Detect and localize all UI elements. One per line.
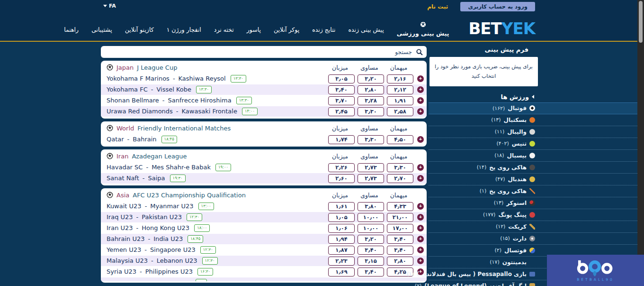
teams-separator: - bbox=[144, 246, 147, 253]
league-name[interactable]: Azadegan League bbox=[132, 153, 187, 160]
scrollbar-track[interactable] bbox=[637, 0, 644, 286]
nav-item-6[interactable]: انفجار ورژن ۱ bbox=[167, 26, 201, 41]
add-bet-button[interactable] bbox=[417, 203, 424, 210]
sidebar-sport-volleyball[interactable]: والیبال(۱۱) bbox=[429, 126, 637, 138]
draw-odd-button[interactable]: ۳٫۲۰ bbox=[358, 235, 384, 244]
host-odd-button[interactable]: ۱٫۸۷ bbox=[328, 246, 355, 255]
nav-item-2[interactable]: نتایج زنده bbox=[312, 26, 335, 41]
sidebar-sport-snooker[interactable]: اسنوکر(۱۳) bbox=[429, 197, 637, 209]
guest-odd-button[interactable]: ۴٫۵۰ bbox=[387, 135, 413, 144]
draw-odd-button[interactable]: ۳٫۳۰ bbox=[358, 107, 384, 116]
add-bet-button[interactable] bbox=[417, 86, 424, 93]
sidebar-sport-soccer[interactable]: فوتبال(۱۶۲) bbox=[429, 102, 637, 114]
league-country[interactable]: Asia bbox=[116, 192, 129, 199]
host-odd-button[interactable]: ۲٫۲۳ bbox=[328, 257, 355, 266]
nav-item-4[interactable]: پاسور bbox=[247, 26, 261, 41]
add-bet-button[interactable] bbox=[417, 75, 424, 82]
match-odds: ۳٫۰۵۳٫۲۰۲٫۱۶ bbox=[327, 74, 424, 83]
draw-odd-button[interactable]: ۳٫۴۰ bbox=[358, 246, 384, 255]
nav-item-1[interactable]: پیش بینی زنده bbox=[348, 26, 384, 41]
nav-item-7[interactable]: کازینو آنلاین bbox=[125, 26, 154, 41]
draw-odd-button[interactable]: ۳٫۸۰ bbox=[358, 202, 384, 211]
draw-odd-button[interactable]: ۱۰٫۰۰ bbox=[358, 213, 384, 222]
add-bet-button[interactable] bbox=[417, 214, 424, 221]
sidebar-sport-ping-pong[interactable]: پینگ پونگ(۱۷۷) bbox=[429, 209, 637, 221]
teams-separator: - bbox=[146, 164, 148, 171]
add-bet-button[interactable] bbox=[417, 247, 424, 253]
search-icon[interactable] bbox=[416, 48, 423, 55]
host-odd-button[interactable]: ۱٫۷۴ bbox=[328, 135, 355, 144]
host-odd-button[interactable]: ۲٫۶۰ bbox=[328, 174, 355, 183]
add-bet-button[interactable] bbox=[417, 175, 424, 182]
host-odd-button[interactable]: ۱٫۰۶ bbox=[328, 224, 355, 233]
host-odd-button[interactable]: ۲٫۴۵ bbox=[328, 107, 355, 116]
guest-odd-button[interactable]: ۱۷٫۰۰ bbox=[387, 224, 413, 233]
guest-odd-button[interactable]: ۳٫۳۰ bbox=[387, 163, 413, 172]
sidebar-sport-cricket[interactable]: کریکت(۱۲) bbox=[429, 221, 637, 233]
draw-odd-button[interactable]: ۲٫۷۳ bbox=[358, 163, 384, 172]
nav-item-5[interactable]: تخته نرد bbox=[214, 26, 234, 41]
draw-odd-button[interactable]: ۳٫۴۰ bbox=[358, 268, 384, 277]
guest-odd-button[interactable]: ۳٫۴۰ bbox=[387, 235, 413, 244]
league-name[interactable]: AFC U23 Championship Qualification bbox=[133, 192, 246, 199]
sidebar-sport-handball[interactable]: هندبال(۴۷) bbox=[429, 174, 637, 185]
nav-item-0[interactable]: پیش بینی ورزشی bbox=[397, 21, 449, 41]
host-odd-button[interactable]: ۳٫۴۰ bbox=[328, 85, 355, 94]
add-bet-button[interactable] bbox=[417, 164, 424, 171]
add-bet-button[interactable] bbox=[417, 225, 424, 231]
guest-odd-button[interactable]: ۲٫۱۲ bbox=[387, 85, 413, 94]
scrollbar-thumb[interactable] bbox=[639, 1, 643, 43]
guest-odd-button[interactable]: ۲٫۱۶ bbox=[387, 74, 413, 83]
nav-item-8[interactable]: پشتیبانی bbox=[91, 26, 112, 41]
add-bet-button[interactable] bbox=[417, 108, 424, 115]
host-odd-button[interactable]: ۱٫۹۴ bbox=[328, 235, 355, 244]
nav-item-3[interactable]: پوکر آنلاین bbox=[274, 26, 299, 41]
match-odds: ۲٫۲۳۳٫۱۵۲٫۸۰ bbox=[327, 257, 424, 266]
sidebar-sport-darts[interactable]: دارت(۱۵) bbox=[429, 233, 637, 245]
host-odd-button[interactable]: ۱٫۶۹ bbox=[328, 268, 355, 277]
league-name[interactable]: Friendly International Matches bbox=[137, 125, 231, 132]
host-odd-button[interactable]: ۳٫۰۵ bbox=[328, 74, 355, 83]
add-bet-button[interactable] bbox=[417, 258, 424, 264]
host-odd-button[interactable]: ۳٫۷۰ bbox=[328, 96, 355, 105]
guest-odd-button[interactable]: ۴٫۳۳ bbox=[387, 202, 413, 211]
draw-odd-button[interactable]: ۲٫۸۰ bbox=[358, 85, 384, 94]
league-country[interactable]: World bbox=[116, 125, 134, 132]
league-name[interactable]: J League Cup bbox=[137, 64, 177, 71]
sidebar-sport-ice-hockey-puck[interactable]: هاکی روی یخ(۱۴) bbox=[429, 162, 637, 174]
sports-header[interactable]: ورزش ها bbox=[429, 93, 637, 101]
guest-odd-button[interactable]: ۲٫۵۸ bbox=[387, 107, 413, 116]
host-odd-button[interactable]: ۱٫۰۵ bbox=[328, 213, 355, 222]
language-selector[interactable]: FA bbox=[103, 3, 116, 9]
sidebar-sport-basketball[interactable]: بسکتبال(۱۳) bbox=[429, 114, 637, 126]
sidebar-sport-baseball[interactable]: بیسبال(۱۸) bbox=[429, 150, 637, 162]
guest-odd-button[interactable]: ۱٫۹۱ bbox=[387, 96, 413, 105]
host-odd-button[interactable]: ۱٫۶۱ bbox=[328, 202, 355, 211]
draw-odd-button[interactable]: ۳٫۲۰ bbox=[358, 74, 384, 83]
draw-odd-button[interactable]: ۳٫۱۵ bbox=[358, 257, 384, 266]
site-logo[interactable]: BETYEK bbox=[468, 19, 535, 38]
add-bet-button[interactable] bbox=[417, 97, 424, 104]
add-bet-button[interactable] bbox=[417, 136, 424, 143]
nav-item-9[interactable]: راهنما bbox=[64, 26, 79, 41]
guest-odd-button[interactable]: ۲٫۸۰ bbox=[387, 257, 413, 266]
search-input[interactable] bbox=[106, 48, 413, 56]
league-header: WorldFriendly International Matchesمیزبا… bbox=[101, 122, 427, 134]
draw-odd-button[interactable]: ۳٫۳۰ bbox=[358, 135, 384, 144]
league-country[interactable]: Japan bbox=[116, 64, 134, 71]
league-country[interactable]: Iran bbox=[116, 153, 128, 160]
draw-odd-button[interactable]: ۲٫۷۳ bbox=[358, 174, 384, 183]
draw-odd-button[interactable]: ۳٫۲۸ bbox=[358, 96, 384, 105]
guest-odd-button[interactable]: ۳٫۴۰ bbox=[387, 246, 413, 255]
sidebar-sport-tennis[interactable]: تنیس(۴۰۲) bbox=[429, 138, 637, 150]
add-bet-button[interactable] bbox=[417, 236, 424, 242]
login-button[interactable]: ورود به حساب کاربری bbox=[460, 2, 535, 11]
guest-odd-button[interactable]: ۲۱٫۰۰ bbox=[387, 213, 413, 222]
guest-odd-button[interactable]: ۲٫۷۰ bbox=[387, 174, 413, 183]
host-odd-button[interactable]: ۲٫۲۶ bbox=[328, 163, 355, 172]
signup-link[interactable]: ثبت نام bbox=[427, 3, 448, 10]
bet-form-sidebar: فرم پیش بینی برای پیش بینی، ضریب بازی مو… bbox=[429, 46, 637, 286]
sport-count: (۱) bbox=[407, 271, 414, 277]
sidebar-sport-hockey-stick[interactable]: هاکی روی یخ(۱) bbox=[429, 185, 637, 197]
draw-odd-button[interactable]: ۱۰٫۰۰ bbox=[358, 224, 384, 233]
